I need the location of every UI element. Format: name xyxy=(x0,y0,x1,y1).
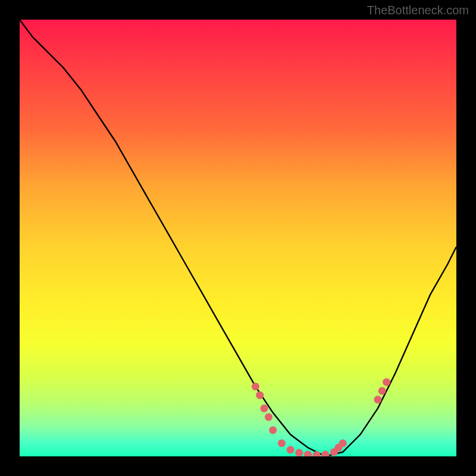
data-point xyxy=(339,440,347,447)
data-point xyxy=(378,387,386,394)
plot-area xyxy=(20,20,456,456)
curve-overlay xyxy=(20,20,456,456)
data-point xyxy=(269,427,277,434)
data-point xyxy=(383,378,390,386)
data-point xyxy=(295,449,303,456)
data-point xyxy=(256,392,264,399)
bottleneck-curve-line xyxy=(20,20,456,456)
data-point xyxy=(321,451,329,456)
watermark-text: TheBottleneck.com xyxy=(367,4,469,17)
data-point xyxy=(313,451,321,456)
data-point xyxy=(278,440,286,447)
data-points-group xyxy=(252,378,390,456)
data-point xyxy=(304,451,312,456)
data-point xyxy=(252,383,259,390)
data-point xyxy=(265,413,273,421)
data-point xyxy=(261,405,268,412)
data-point xyxy=(287,446,295,454)
data-point xyxy=(374,396,381,403)
